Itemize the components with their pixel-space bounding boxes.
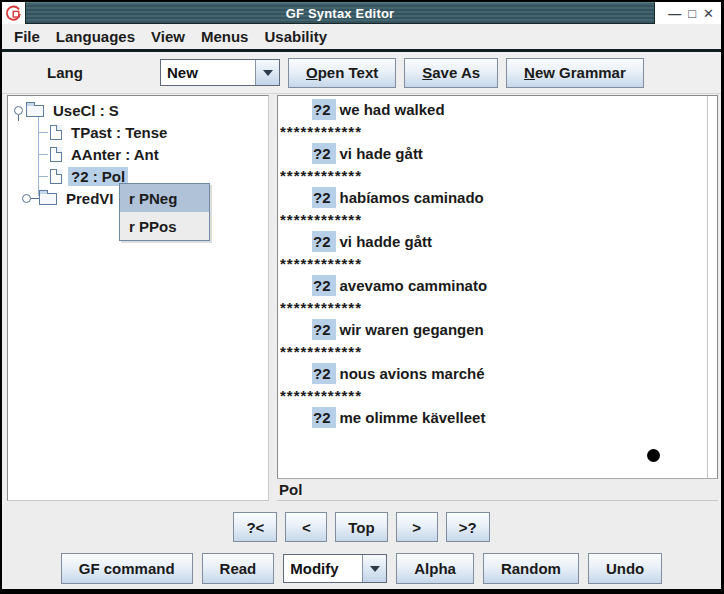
linearization-text: nous avions marché [340, 365, 485, 382]
tree-node-label[interactable]: PredVI [63, 189, 117, 208]
focus-token[interactable]: ?2 [312, 275, 336, 296]
focus-token[interactable]: ?2 [312, 319, 336, 340]
app-window: GF Syntax Editor — □ ✕ File Languages Vi… [0, 0, 724, 594]
linearization-text: we had walked [340, 101, 445, 118]
separator-row: ************ [278, 165, 717, 187]
modify-combobox-value: Modify [284, 555, 362, 582]
linearization-row-finnish[interactable]: ?2me olimme kävelleet [278, 407, 717, 429]
window-controls: — □ ✕ [655, 2, 721, 24]
read-button[interactable]: Read [202, 553, 275, 584]
open-text-label: Open Text [306, 64, 378, 81]
focus-category-label: Pol [277, 481, 302, 498]
title-bar: GF Syntax Editor — □ ✕ [2, 2, 721, 24]
menu-view[interactable]: View [143, 28, 193, 45]
gf-logo-icon [5, 5, 22, 22]
menu-languages[interactable]: Languages [48, 28, 143, 45]
document-icon [50, 169, 62, 184]
linearization-lines: ?2we had walked ************ ?2vi hade g… [278, 96, 717, 429]
linearization-row-german[interactable]: ?2wir waren gegangen [278, 319, 717, 341]
refinement-popup-menu: r PNeg r PPos [119, 183, 210, 241]
minimize-icon[interactable]: — [668, 7, 681, 20]
toolbar: Lang New Open Text Save As New Grammar [2, 52, 721, 94]
tree-node-tpast[interactable]: TPast : Tense [8, 121, 268, 143]
language-combobox[interactable]: New [160, 59, 280, 86]
focus-token[interactable]: ?2 [312, 143, 336, 164]
folder-icon [39, 193, 57, 205]
vertical-scrollbar[interactable] [707, 96, 717, 478]
chevron-down-icon[interactable] [362, 555, 386, 582]
next-node-button[interactable]: > [396, 512, 438, 542]
linearization-text: vi hade gått [340, 145, 423, 162]
linearization-text: vi hadde gått [340, 233, 433, 250]
menu-menus[interactable]: Menus [193, 28, 257, 45]
linearization-panel[interactable]: ?2we had walked ************ ?2vi hade g… [277, 95, 718, 479]
linearization-row-english[interactable]: ?2we had walked [278, 99, 717, 121]
close-icon[interactable]: ✕ [703, 7, 714, 20]
folder-icon [26, 105, 44, 117]
separator-row: ************ [278, 341, 717, 363]
save-as-label: Save As [422, 64, 480, 81]
tree-collapsed-handle-icon[interactable] [22, 194, 31, 203]
syntax-tree-panel: UseCl : S TPast : Tense AAnter : Ant ?2 … [7, 95, 269, 501]
top-button[interactable]: Top [335, 512, 387, 542]
gf-command-button[interactable]: GF command [61, 553, 193, 584]
prev-node-button[interactable]: < [285, 512, 327, 542]
menu-usability[interactable]: Usability [256, 28, 335, 45]
language-combobox-value: New [161, 60, 255, 85]
new-grammar-button[interactable]: New Grammar [506, 58, 644, 88]
linearization-row-italian[interactable]: ?2avevamo camminato [278, 275, 717, 297]
linearization-row-french[interactable]: ?2nous avions marché [278, 363, 717, 385]
document-icon [50, 147, 62, 162]
maximize-icon[interactable]: □ [688, 7, 696, 20]
separator-row: ************ [278, 385, 717, 407]
open-text-button[interactable]: Open Text [288, 58, 396, 88]
app-logo [2, 2, 25, 24]
linearization-text: wir waren gegangen [340, 321, 484, 338]
tree-node-label[interactable]: AAnter : Ant [68, 145, 162, 164]
random-button[interactable]: Random [483, 553, 579, 584]
window-title: GF Syntax Editor [286, 6, 395, 21]
linearization-text: avevamo camminato [340, 277, 488, 294]
focus-token[interactable]: ?2 [312, 363, 336, 384]
tree-node-label[interactable]: TPast : Tense [68, 123, 170, 142]
linearization-row-swedish[interactable]: ?2vi hade gått [278, 143, 717, 165]
focus-token[interactable]: ?2 [312, 187, 336, 208]
focus-token[interactable]: ?2 [312, 407, 336, 428]
separator-row: ************ [278, 121, 717, 143]
tree-node-label[interactable]: UseCl : S [50, 101, 122, 120]
main-area: UseCl : S TPast : Tense AAnter : Ant ?2 … [2, 94, 721, 502]
document-icon [50, 125, 62, 140]
alpha-button[interactable]: Alpha [396, 553, 474, 584]
linearization-row-spanish[interactable]: ?2habíamos caminado [278, 187, 717, 209]
menu-bar: File Languages View Menus Usability [2, 24, 721, 49]
focus-token[interactable]: ?2 [312, 99, 336, 120]
command-row: GF command Read Modify Alpha Random Undo [2, 548, 721, 589]
separator-row: ************ [278, 297, 717, 319]
linearization-row-norwegian[interactable]: ?2vi hadde gått [278, 231, 717, 253]
tree-expanded-handle-icon[interactable] [14, 106, 23, 115]
tree-node-usecl[interactable]: UseCl : S [8, 99, 268, 121]
separator-row: ************ [278, 253, 717, 275]
separator-row: ************ [278, 209, 717, 231]
linearization-text: me olimme kävelleet [340, 409, 486, 426]
cursor-dot [647, 449, 660, 462]
focus-token[interactable]: ?2 [312, 231, 336, 252]
next-metavar-button[interactable]: >? [446, 512, 490, 542]
chevron-down-icon[interactable] [255, 60, 279, 85]
title-strip[interactable]: GF Syntax Editor [25, 2, 655, 24]
popup-item-pneg[interactable]: r PNeg [120, 184, 209, 212]
prev-metavar-button[interactable]: ?< [233, 512, 277, 542]
lang-label: Lang [47, 64, 160, 81]
navigation-row: ?< < Top > >? [2, 502, 721, 548]
linearization-column: ?2we had walked ************ ?2vi hade g… [277, 95, 718, 501]
new-grammar-label: New Grammar [524, 64, 626, 81]
modify-combobox[interactable]: Modify [283, 554, 387, 583]
popup-item-ppos[interactable]: r PPos [120, 212, 209, 240]
menu-file[interactable]: File [6, 28, 48, 45]
undo-button[interactable]: Undo [588, 553, 662, 584]
linearization-text: habíamos caminado [340, 189, 484, 206]
tree-node-aanter[interactable]: AAnter : Ant [8, 143, 268, 165]
status-bar: Pol [277, 479, 718, 501]
save-as-button[interactable]: Save As [404, 58, 498, 88]
